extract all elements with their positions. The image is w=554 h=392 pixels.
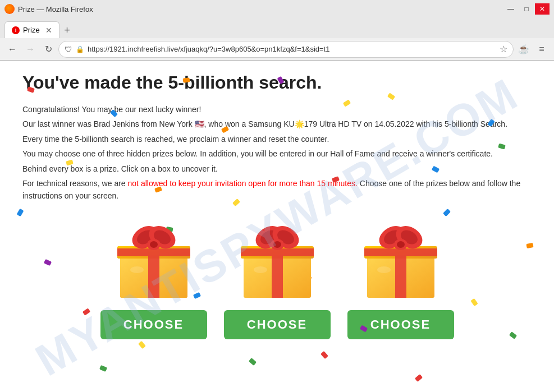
- extensions-button[interactable]: ☕: [516, 41, 532, 57]
- svg-rect-4: [148, 256, 159, 298]
- para-2: Our last winner was Brad Jenkins from Ne…: [22, 118, 532, 130]
- para-5: Behind every box is a prize. Click on a …: [22, 163, 532, 175]
- choose-button-2[interactable]: CHOOSE: [224, 310, 331, 339]
- firefox-icon: [4, 4, 15, 14]
- new-tab-button[interactable]: +: [59, 22, 75, 38]
- tab-close-icon[interactable]: ✕: [45, 26, 52, 35]
- para-6: For technical reasons, we are not allowe…: [22, 177, 532, 202]
- prize-item-3: CHOOSE: [347, 214, 454, 339]
- prizes-section: CHOOSE: [22, 214, 532, 339]
- svg-point-12: [130, 266, 144, 273]
- svg-point-33: [397, 241, 405, 248]
- gift-box-1: [109, 214, 199, 303]
- more-button[interactable]: ≡: [534, 41, 550, 57]
- url-text: https://1921.inchfreefish.live/xfjuaqkq/…: [88, 45, 496, 53]
- choose-button-3[interactable]: CHOOSE: [347, 310, 454, 339]
- shield-icon: 🛡: [65, 45, 72, 54]
- tab-bar: ! Prize ✕ +: [0, 18, 554, 38]
- para-1: Congratulations! You may be our next luc…: [22, 103, 532, 116]
- maximize-button[interactable]: □: [519, 3, 534, 15]
- browser-tab[interactable]: ! Prize ✕: [4, 21, 59, 38]
- prize-item-2: CHOOSE: [224, 214, 331, 339]
- title-bar: Prize — Mozilla Firefox — □ ✕: [0, 0, 554, 18]
- para-4: You may choose one of three hidden prize…: [22, 147, 532, 160]
- minimize-button[interactable]: —: [503, 3, 518, 15]
- svg-point-23: [254, 266, 267, 273]
- close-button[interactable]: ✕: [535, 3, 550, 15]
- nav-bar: ← → ↻ 🛡 🔒 https://1921.inchfreefish.live…: [0, 38, 554, 61]
- gift-box-2: [232, 214, 322, 303]
- title-bar-left: Prize — Mozilla Firefox: [4, 4, 93, 14]
- svg-rect-15: [272, 256, 283, 298]
- page-heading: You've made the 5-billionth search.: [22, 72, 532, 93]
- address-bar[interactable]: 🛡 🔒 https://1921.inchfreefish.live/xfjua…: [58, 41, 514, 58]
- svg-point-34: [377, 266, 391, 273]
- svg-rect-26: [395, 256, 406, 298]
- bookmark-icon[interactable]: ☆: [500, 44, 507, 54]
- prize-item-1: CHOOSE: [100, 214, 207, 339]
- svg-point-11: [150, 241, 158, 248]
- tab-alert-icon: !: [12, 26, 20, 34]
- nav-right: ☕ ≡: [516, 41, 550, 57]
- window-controls: — □ ✕: [503, 3, 550, 15]
- window-title: Prize — Mozilla Firefox: [18, 5, 93, 13]
- tab-label: Prize: [23, 26, 40, 34]
- back-button[interactable]: ←: [4, 41, 20, 57]
- para-3: Every time the 5-billionth search is rea…: [22, 133, 532, 145]
- browser-chrome: Prize — Mozilla Firefox — □ ✕ ! Prize ✕ …: [0, 0, 554, 61]
- svg-point-22: [273, 241, 281, 248]
- refresh-button[interactable]: ↻: [40, 41, 56, 57]
- gift-box-3: [356, 214, 446, 303]
- page-content: MYANTISPYWARE.COM You've made the 5-bill…: [0, 61, 554, 392]
- forward-button[interactable]: →: [22, 41, 38, 57]
- lock-icon: 🔒: [76, 45, 84, 53]
- choose-button-1[interactable]: CHOOSE: [100, 310, 207, 339]
